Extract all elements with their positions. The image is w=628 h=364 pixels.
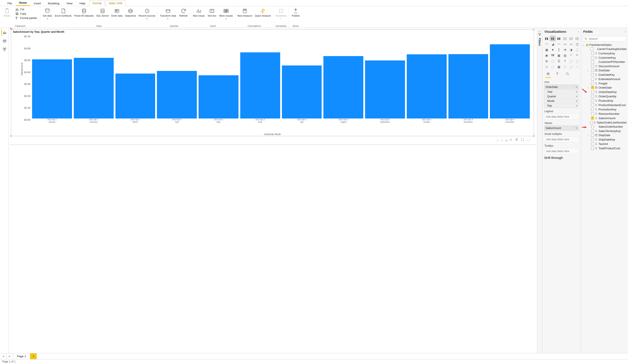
field-checkbox[interactable] [591, 56, 594, 59]
expand-hierarchy-icon[interactable] [510, 138, 513, 142]
field-checkbox[interactable] [591, 82, 594, 85]
axis-well[interactable]: OrderDate˅ ✕ Year✕Quarter✕Month✕Day✕ [544, 84, 579, 108]
viz-type-button[interactable]: 🗺 [550, 53, 555, 58]
field-item[interactable]: ›DueDate [581, 68, 628, 73]
page-next-button[interactable]: ► [6, 353, 13, 359]
ribbon-collapse-icon[interactable]: ˆ [626, 25, 627, 27]
collapse-fields-pane-icon[interactable]: › [625, 30, 626, 33]
field-checkbox[interactable] [591, 147, 594, 150]
bar[interactable] [32, 59, 72, 119]
new-measure-button[interactable]: New measure [236, 7, 253, 17]
viz-type-button[interactable]: ◉ [544, 53, 549, 58]
small-multiples-well[interactable]: Add data fields here [544, 136, 579, 143]
field-checkbox[interactable] [591, 134, 594, 137]
remove-field-icon[interactable]: ✕ [576, 86, 578, 88]
values-well[interactable]: SalesAmount˅ ✕ [544, 126, 579, 131]
viz-type-button[interactable]: ◑ [568, 47, 574, 52]
field-checkbox[interactable] [591, 61, 594, 63]
bar[interactable] [365, 61, 405, 119]
viz-type-button[interactable]: ▮▮ [550, 36, 555, 41]
field-checkbox[interactable] [591, 125, 594, 128]
viz-type-button[interactable]: ▤ [562, 53, 567, 58]
focus-mode-icon[interactable] [521, 138, 524, 142]
bar[interactable] [199, 75, 238, 119]
publish-button[interactable]: Publish [290, 7, 301, 17]
field-table[interactable]: ⌄▦FactInternetSales [581, 43, 628, 47]
bar[interactable] [115, 73, 155, 119]
context-menu-format[interactable]: Format [89, 0, 105, 6]
viz-type-button[interactable]: 〰 [556, 42, 561, 47]
field-checkbox[interactable] [590, 121, 593, 124]
viz-type-button[interactable]: ⬚ [550, 64, 555, 69]
more-visuals-button[interactable]: More visuals▾ [218, 7, 234, 20]
filters-pane-toggle[interactable]: ‹ Filters [537, 28, 542, 353]
menu-help[interactable]: Help [76, 1, 88, 6]
viz-type-button[interactable]: ? [562, 59, 567, 64]
more-options-icon[interactable]: ⋯ [527, 138, 530, 142]
field-item[interactable]: ΣRevisionNumber [581, 112, 628, 116]
page-tab[interactable]: Page 1 [13, 353, 30, 359]
field-checkbox[interactable] [591, 95, 594, 98]
axis-hierarchy-item[interactable]: Quarter✕ [544, 94, 579, 99]
sql-server-button[interactable]: SQL Server [95, 7, 110, 17]
field-checkbox[interactable] [591, 130, 594, 133]
field-checkbox[interactable] [591, 69, 594, 72]
field-checkbox[interactable] [591, 138, 594, 141]
viz-type-button[interactable]: ᴿ [568, 53, 574, 58]
field-item[interactable]: CustomerPONumber [581, 60, 628, 64]
bar[interactable] [282, 66, 322, 119]
viz-type-button[interactable]: ▼ [550, 47, 555, 52]
field-item[interactable]: ΣExtendedAmount [581, 77, 628, 81]
viz-type-button[interactable]: ▦ [556, 64, 561, 69]
field-checkbox[interactable] [591, 117, 594, 120]
menu-insert[interactable]: Insert [31, 1, 44, 6]
viz-type-button[interactable]: ⧉ [544, 59, 549, 64]
field-checkbox[interactable] [591, 52, 594, 55]
field-item[interactable]: ΣShipDateKey [581, 137, 628, 142]
viz-type-button[interactable]: ☰ [556, 59, 561, 64]
field-item[interactable]: ΣSalesOrderLineNumber [581, 120, 628, 125]
menu-modeling[interactable]: Modeling [45, 1, 63, 6]
field-checkbox[interactable] [591, 112, 594, 115]
viz-type-button[interactable]: ▦ [544, 47, 549, 52]
add-page-button[interactable]: + [30, 353, 37, 359]
field-checkbox[interactable] [590, 48, 593, 50]
collapse-vis-pane-icon[interactable]: › [578, 30, 579, 33]
bar[interactable] [323, 56, 363, 119]
field-checkbox[interactable] [591, 65, 594, 68]
field-item[interactable]: ΣProductKey [581, 98, 628, 103]
viz-type-button[interactable]: ▮▮ [556, 36, 561, 41]
viz-type-button[interactable]: ┇ [556, 47, 561, 52]
new-visual-button[interactable]: New visual [192, 7, 205, 17]
get-data-button[interactable]: Get data▾ [42, 7, 53, 20]
viz-type-button[interactable]: ⬚ [562, 64, 567, 69]
drill-up-icon[interactable]: ↑ [497, 138, 499, 142]
axis-hierarchy-item[interactable]: Month✕ [544, 99, 579, 103]
page-prev-button[interactable]: ◄ [0, 353, 6, 359]
field-item[interactable]: ΣDueDateKey [581, 73, 628, 77]
viz-type-button[interactable]: ▮▮ [544, 36, 549, 41]
field-item[interactable]: ΣTotalProductCost [581, 146, 628, 150]
remove-field-icon[interactable]: ✕ [576, 127, 578, 129]
enter-data-button[interactable]: Enter data [110, 7, 123, 17]
field-menu-icon[interactable]: ˅ [574, 86, 575, 88]
viz-type-button[interactable]: ⬚ [568, 64, 574, 69]
dataverse-button[interactable]: Dataverse [124, 7, 137, 17]
bar-chart-visual[interactable]: SalesAmount by Year, Quarter and Month S… [11, 29, 534, 136]
field-checkbox[interactable] [591, 108, 594, 111]
field-checkbox[interactable] [591, 143, 594, 145]
field-item[interactable]: ΣCurrencyKey [581, 51, 628, 55]
fields-tab[interactable] [545, 72, 551, 78]
context-menu-data-drill[interactable]: Data / Drill [106, 0, 125, 6]
viz-type-button[interactable]: ▦ [556, 53, 561, 58]
viz-type-button[interactable]: ▯▯ [574, 36, 580, 41]
paste-button[interactable]: Paste [1, 7, 13, 17]
field-item[interactable]: ΣCustomerKey [581, 55, 628, 60]
viz-type-button[interactable]: ⬚ [550, 59, 555, 64]
menu-home[interactable]: Home [16, 0, 30, 6]
legend-well[interactable]: Add data fields here [544, 114, 579, 120]
remove-item-icon[interactable]: ✕ [576, 104, 578, 107]
field-item[interactable]: ΣSalesAmount [581, 116, 628, 120]
remove-item-icon[interactable]: ✕ [576, 90, 578, 93]
viz-type-button[interactable]: ◫ [574, 42, 580, 47]
